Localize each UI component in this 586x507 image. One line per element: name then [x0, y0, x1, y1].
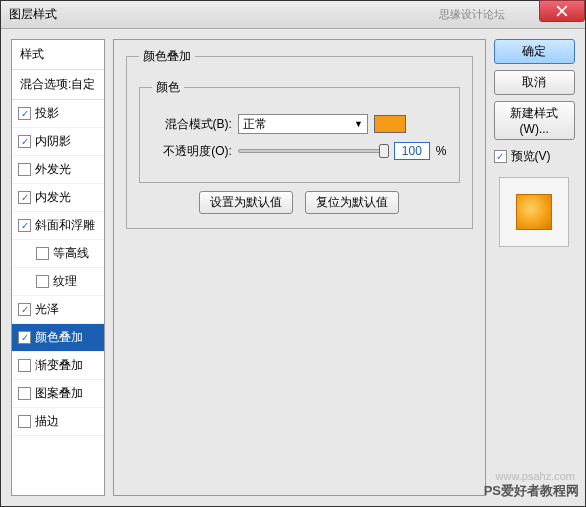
blend-mode-value: 正常 [243, 116, 267, 133]
style-item[interactable]: 投影 [12, 100, 104, 128]
reset-default-button[interactable]: 复位为默认值 [305, 191, 399, 214]
style-label: 内发光 [35, 189, 71, 206]
style-item[interactable]: 纹理 [12, 268, 104, 296]
make-default-button[interactable]: 设置为默认值 [199, 191, 293, 214]
opacity-input[interactable] [394, 142, 430, 160]
style-item[interactable]: 颜色叠加 [12, 324, 104, 352]
new-style-button[interactable]: 新建样式(W)... [494, 101, 575, 140]
preview-label: 预览(V) [511, 148, 551, 165]
opacity-slider[interactable] [238, 149, 388, 153]
preview-checkbox[interactable] [494, 150, 507, 163]
blend-mode-row: 混合模式(B): 正常 ▼ [152, 114, 447, 134]
style-item[interactable]: 等高线 [12, 240, 104, 268]
style-item[interactable]: 内阴影 [12, 128, 104, 156]
titlebar: 图层样式 思缘设计论坛 [1, 1, 585, 29]
style-checkbox[interactable] [18, 359, 31, 372]
style-checkbox[interactable] [18, 107, 31, 120]
chevron-down-icon: ▼ [354, 119, 363, 129]
content-area: 样式 混合选项:自定 投影内阴影外发光内发光斜面和浮雕等高线纹理光泽颜色叠加渐变… [1, 29, 585, 506]
style-checkbox[interactable] [18, 387, 31, 400]
color-swatch[interactable] [374, 115, 406, 133]
layer-style-dialog: 图层样式 思缘设计论坛 样式 混合选项:自定 投影内阴影外发光内发光斜面和浮雕等… [0, 0, 586, 507]
blend-options[interactable]: 混合选项:自定 [12, 70, 104, 100]
section-title: 颜色叠加 [139, 48, 195, 65]
cancel-button[interactable]: 取消 [494, 70, 575, 95]
blend-mode-select[interactable]: 正常 ▼ [238, 114, 368, 134]
style-checkbox[interactable] [18, 191, 31, 204]
style-label: 斜面和浮雕 [35, 217, 95, 234]
style-checkbox[interactable] [18, 219, 31, 232]
blend-mode-label: 混合模式(B): [152, 116, 232, 133]
style-label: 等高线 [53, 245, 89, 262]
styles-panel: 样式 混合选项:自定 投影内阴影外发光内发光斜面和浮雕等高线纹理光泽颜色叠加渐变… [11, 39, 105, 496]
style-label: 纹理 [53, 273, 77, 290]
styles-header[interactable]: 样式 [12, 40, 104, 70]
options-panel: 颜色叠加 颜色 混合模式(B): 正常 ▼ 不透明度(O): [113, 39, 486, 496]
opacity-row: 不透明度(O): % [152, 142, 447, 160]
style-item[interactable]: 光泽 [12, 296, 104, 324]
style-checkbox[interactable] [18, 135, 31, 148]
style-label: 投影 [35, 105, 59, 122]
window-title: 图层样式 [9, 6, 57, 23]
style-checkbox[interactable] [18, 415, 31, 428]
style-item[interactable]: 外发光 [12, 156, 104, 184]
style-label: 渐变叠加 [35, 357, 83, 374]
style-label: 描边 [35, 413, 59, 430]
color-overlay-section: 颜色叠加 颜色 混合模式(B): 正常 ▼ 不透明度(O): [126, 48, 473, 229]
style-label: 外发光 [35, 161, 71, 178]
style-item[interactable]: 渐变叠加 [12, 352, 104, 380]
ok-button[interactable]: 确定 [494, 39, 575, 64]
preview-row: 预览(V) [494, 146, 575, 167]
style-checkbox[interactable] [36, 275, 49, 288]
forum-text: 思缘设计论坛 [439, 7, 505, 22]
close-icon [556, 5, 568, 17]
actions-panel: 确定 取消 新建样式(W)... 预览(V) [494, 39, 575, 496]
color-group: 颜色 混合模式(B): 正常 ▼ 不透明度(O): [139, 79, 460, 183]
preview-box [499, 177, 569, 247]
style-label: 图案叠加 [35, 385, 83, 402]
style-checkbox[interactable] [36, 247, 49, 260]
close-button[interactable] [539, 0, 585, 22]
style-item[interactable]: 内发光 [12, 184, 104, 212]
preview-swatch [516, 194, 552, 230]
style-label: 内阴影 [35, 133, 71, 150]
group-title: 颜色 [152, 79, 184, 96]
style-checkbox[interactable] [18, 163, 31, 176]
style-label: 颜色叠加 [35, 329, 83, 346]
opacity-unit: % [436, 144, 447, 158]
style-checkbox[interactable] [18, 331, 31, 344]
style-item[interactable]: 斜面和浮雕 [12, 212, 104, 240]
slider-thumb[interactable] [379, 144, 389, 158]
style-checkbox[interactable] [18, 303, 31, 316]
style-item[interactable]: 描边 [12, 408, 104, 436]
style-list: 投影内阴影外发光内发光斜面和浮雕等高线纹理光泽颜色叠加渐变叠加图案叠加描边 [12, 100, 104, 495]
button-row: 设置为默认值 复位为默认值 [139, 191, 460, 214]
style-item[interactable]: 图案叠加 [12, 380, 104, 408]
style-label: 光泽 [35, 301, 59, 318]
opacity-label: 不透明度(O): [152, 143, 232, 160]
